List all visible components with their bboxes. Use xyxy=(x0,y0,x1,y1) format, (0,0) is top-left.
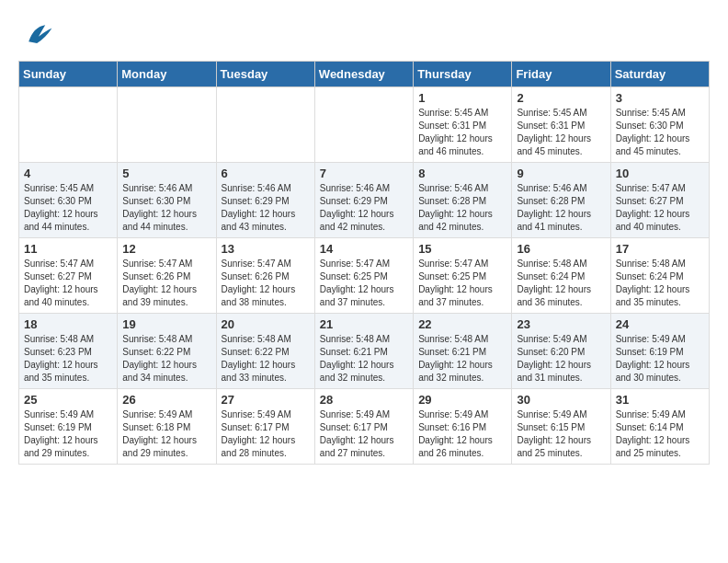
calendar-cell: 20Sunrise: 5:48 AM Sunset: 6:22 PM Dayli… xyxy=(216,314,314,389)
day-number: 10 xyxy=(616,167,704,180)
day-number: 2 xyxy=(517,91,605,105)
calendar-week-4: 18Sunrise: 5:48 AM Sunset: 6:23 PM Dayli… xyxy=(19,314,710,389)
day-info: Sunrise: 5:47 AM Sunset: 6:26 PM Dayligh… xyxy=(122,258,210,309)
weekday-header-tuesday: Tuesday xyxy=(216,62,314,87)
calendar-cell: 12Sunrise: 5:47 AM Sunset: 6:26 PM Dayli… xyxy=(118,238,216,314)
calendar-cell: 30Sunrise: 5:49 AM Sunset: 6:15 PM Dayli… xyxy=(512,389,610,465)
day-number: 6 xyxy=(222,167,310,180)
calendar-body: 1Sunrise: 5:45 AM Sunset: 6:31 PM Daylig… xyxy=(19,87,710,465)
weekday-header-wednesday: Wednesday xyxy=(314,62,413,87)
calendar-cell: 27Sunrise: 5:49 AM Sunset: 6:17 PM Dayli… xyxy=(216,389,314,465)
day-info: Sunrise: 5:46 AM Sunset: 6:28 PM Dayligh… xyxy=(517,182,605,234)
calendar-cell: 3Sunrise: 5:45 AM Sunset: 6:30 PM Daylig… xyxy=(610,87,709,163)
day-info: Sunrise: 5:48 AM Sunset: 6:24 PM Dayligh… xyxy=(616,258,704,309)
day-number: 14 xyxy=(320,242,408,256)
day-number: 25 xyxy=(24,393,112,407)
day-info: Sunrise: 5:46 AM Sunset: 6:29 PM Dayligh… xyxy=(222,182,310,234)
calendar-cell: 19Sunrise: 5:48 AM Sunset: 6:22 PM Dayli… xyxy=(118,314,216,389)
day-number: 16 xyxy=(517,242,605,256)
day-number: 17 xyxy=(616,242,704,256)
day-number: 28 xyxy=(320,393,408,407)
day-info: Sunrise: 5:45 AM Sunset: 6:31 PM Dayligh… xyxy=(517,107,605,158)
weekday-header-saturday: Saturday xyxy=(610,62,709,87)
calendar-cell: 16Sunrise: 5:48 AM Sunset: 6:24 PM Dayli… xyxy=(512,238,610,314)
calendar-cell: 1Sunrise: 5:45 AM Sunset: 6:31 PM Daylig… xyxy=(414,87,512,163)
calendar-cell: 23Sunrise: 5:49 AM Sunset: 6:20 PM Dayli… xyxy=(512,314,610,389)
day-info: Sunrise: 5:48 AM Sunset: 6:23 PM Dayligh… xyxy=(24,333,112,385)
day-number: 21 xyxy=(320,317,408,331)
day-number: 20 xyxy=(222,317,310,331)
calendar-cell: 21Sunrise: 5:48 AM Sunset: 6:21 PM Dayli… xyxy=(314,314,413,389)
day-number: 31 xyxy=(616,393,704,407)
calendar-cell: 5Sunrise: 5:46 AM Sunset: 6:30 PM Daylig… xyxy=(118,163,216,238)
day-number: 12 xyxy=(122,242,210,256)
day-number: 13 xyxy=(222,242,310,256)
calendar-cell: 4Sunrise: 5:45 AM Sunset: 6:30 PM Daylig… xyxy=(19,163,118,238)
day-info: Sunrise: 5:49 AM Sunset: 6:17 PM Dayligh… xyxy=(222,408,310,460)
day-info: Sunrise: 5:49 AM Sunset: 6:19 PM Dayligh… xyxy=(24,408,112,460)
calendar-cell: 15Sunrise: 5:47 AM Sunset: 6:25 PM Dayli… xyxy=(414,238,512,314)
day-number: 18 xyxy=(24,317,112,331)
calendar-cell: 25Sunrise: 5:49 AM Sunset: 6:19 PM Dayli… xyxy=(19,389,118,465)
calendar-cell: 13Sunrise: 5:47 AM Sunset: 6:26 PM Dayli… xyxy=(216,238,314,314)
calendar-cell: 8Sunrise: 5:46 AM Sunset: 6:28 PM Daylig… xyxy=(414,163,512,238)
day-number: 23 xyxy=(517,317,605,331)
day-number: 24 xyxy=(616,317,704,331)
day-number: 9 xyxy=(517,167,605,180)
day-info: Sunrise: 5:48 AM Sunset: 6:22 PM Dayligh… xyxy=(122,333,210,385)
day-info: Sunrise: 5:46 AM Sunset: 6:30 PM Dayligh… xyxy=(122,182,210,234)
day-info: Sunrise: 5:47 AM Sunset: 6:25 PM Dayligh… xyxy=(418,258,506,309)
calendar-cell: 18Sunrise: 5:48 AM Sunset: 6:23 PM Dayli… xyxy=(19,314,118,389)
day-info: Sunrise: 5:49 AM Sunset: 6:18 PM Dayligh… xyxy=(122,408,210,460)
day-info: Sunrise: 5:46 AM Sunset: 6:28 PM Dayligh… xyxy=(418,182,506,234)
calendar-header: SundayMondayTuesdayWednesdayThursdayFrid… xyxy=(19,62,710,87)
day-info: Sunrise: 5:47 AM Sunset: 6:25 PM Dayligh… xyxy=(320,258,408,309)
calendar-cell: 17Sunrise: 5:48 AM Sunset: 6:24 PM Dayli… xyxy=(610,238,709,314)
weekday-row: SundayMondayTuesdayWednesdayThursdayFrid… xyxy=(19,62,710,87)
calendar-cell: 28Sunrise: 5:49 AM Sunset: 6:17 PM Dayli… xyxy=(314,389,413,465)
day-info: Sunrise: 5:49 AM Sunset: 6:14 PM Dayligh… xyxy=(616,408,704,460)
day-info: Sunrise: 5:45 AM Sunset: 6:30 PM Dayligh… xyxy=(24,182,112,234)
day-info: Sunrise: 5:49 AM Sunset: 6:20 PM Dayligh… xyxy=(517,333,605,385)
day-number: 3 xyxy=(616,91,704,105)
day-number: 22 xyxy=(418,317,506,331)
day-number: 1 xyxy=(418,91,506,105)
day-info: Sunrise: 5:48 AM Sunset: 6:21 PM Dayligh… xyxy=(320,333,408,385)
day-number: 27 xyxy=(222,393,310,407)
calendar-cell: 29Sunrise: 5:49 AM Sunset: 6:16 PM Dayli… xyxy=(414,389,512,465)
day-number: 29 xyxy=(418,393,506,407)
page-header xyxy=(18,18,710,52)
day-number: 15 xyxy=(418,242,506,256)
day-number: 5 xyxy=(122,167,210,180)
calendar-cell: 10Sunrise: 5:47 AM Sunset: 6:27 PM Dayli… xyxy=(610,163,709,238)
day-info: Sunrise: 5:45 AM Sunset: 6:31 PM Dayligh… xyxy=(418,107,506,158)
calendar-cell xyxy=(314,87,413,163)
calendar-cell: 24Sunrise: 5:49 AM Sunset: 6:19 PM Dayli… xyxy=(610,314,709,389)
calendar-week-5: 25Sunrise: 5:49 AM Sunset: 6:19 PM Dayli… xyxy=(19,389,710,465)
calendar-cell xyxy=(216,87,314,163)
calendar-cell: 9Sunrise: 5:46 AM Sunset: 6:28 PM Daylig… xyxy=(512,163,610,238)
day-info: Sunrise: 5:47 AM Sunset: 6:27 PM Dayligh… xyxy=(24,258,112,309)
day-info: Sunrise: 5:47 AM Sunset: 6:27 PM Dayligh… xyxy=(616,182,704,234)
calendar-cell: 7Sunrise: 5:46 AM Sunset: 6:29 PM Daylig… xyxy=(314,163,413,238)
calendar-cell: 26Sunrise: 5:49 AM Sunset: 6:18 PM Dayli… xyxy=(118,389,216,465)
day-number: 19 xyxy=(122,317,210,331)
weekday-header-monday: Monday xyxy=(118,62,216,87)
weekday-header-friday: Friday xyxy=(512,62,610,87)
calendar-week-2: 4Sunrise: 5:45 AM Sunset: 6:30 PM Daylig… xyxy=(19,163,710,238)
day-number: 11 xyxy=(24,242,112,256)
calendar-week-1: 1Sunrise: 5:45 AM Sunset: 6:31 PM Daylig… xyxy=(19,87,710,163)
logo xyxy=(18,18,55,52)
calendar-week-3: 11Sunrise: 5:47 AM Sunset: 6:27 PM Dayli… xyxy=(19,238,710,314)
day-number: 7 xyxy=(320,167,408,180)
day-info: Sunrise: 5:49 AM Sunset: 6:16 PM Dayligh… xyxy=(418,408,506,460)
day-info: Sunrise: 5:49 AM Sunset: 6:19 PM Dayligh… xyxy=(616,333,704,385)
calendar-cell: 2Sunrise: 5:45 AM Sunset: 6:31 PM Daylig… xyxy=(512,87,610,163)
day-info: Sunrise: 5:47 AM Sunset: 6:26 PM Dayligh… xyxy=(222,258,310,309)
calendar-cell: 6Sunrise: 5:46 AM Sunset: 6:29 PM Daylig… xyxy=(216,163,314,238)
day-info: Sunrise: 5:48 AM Sunset: 6:21 PM Dayligh… xyxy=(418,333,506,385)
day-info: Sunrise: 5:48 AM Sunset: 6:22 PM Dayligh… xyxy=(222,333,310,385)
day-info: Sunrise: 5:49 AM Sunset: 6:17 PM Dayligh… xyxy=(320,408,408,460)
day-number: 26 xyxy=(122,393,210,407)
calendar-cell xyxy=(118,87,216,163)
